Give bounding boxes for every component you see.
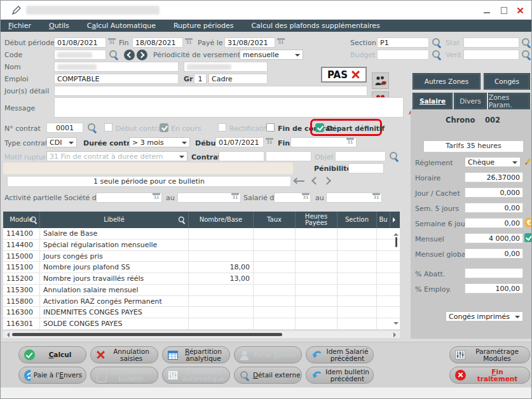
tab-divers[interactable]: Divers <box>454 93 487 109</box>
minimize-button[interactable] <box>479 5 494 16</box>
column-header-heures-payees[interactable]: HeuresPayées <box>296 212 338 228</box>
menu-outils[interactable]: Outils <box>49 22 69 30</box>
search-icon[interactable] <box>432 37 442 48</box>
detail-externe-button[interactable]: Détail externe <box>234 367 302 384</box>
reglement-select[interactable]: Chèque <box>465 157 521 167</box>
sem6-field[interactable]: 0,00 <box>465 218 523 228</box>
fin-periode-field[interactable]: 18/08/2021 <box>132 37 183 48</box>
arrow-left-icon[interactable] <box>296 180 304 182</box>
chevron-right-icon[interactable] <box>323 177 331 185</box>
scroll-right-icon[interactable] <box>393 332 399 337</box>
scroll-left-icon[interactable] <box>4 332 10 337</box>
mensuel-global-field[interactable]: 0,00 <box>465 248 523 259</box>
search-icon[interactable] <box>30 216 38 224</box>
idem-bulletin-precedent-button[interactable]: Idem bulletinprécédent <box>306 367 374 384</box>
calendar-icon[interactable]: 31 <box>152 193 161 201</box>
message-field[interactable] <box>54 97 404 118</box>
close-button[interactable] <box>512 5 528 16</box>
mensuel-check-icon[interactable] <box>524 233 532 242</box>
search-icon[interactable] <box>521 37 531 48</box>
group-button[interactable] <box>372 72 389 89</box>
idem-salarie-precedent-button[interactable]: Idem Salariéprécédent <box>306 346 374 363</box>
emploi-field[interactable]: COMPTABLE <box>54 74 179 84</box>
calendar-icon[interactable]: 31 <box>301 193 310 201</box>
calendar-icon[interactable]: 31 <box>346 137 355 146</box>
depart-definitif-checkbox[interactable] <box>315 123 324 132</box>
contrat-field-2[interactable] <box>266 151 311 161</box>
parametrage-modules-button[interactable]: ParamétrageModules <box>449 346 530 363</box>
column-header-section[interactable]: Section <box>338 212 377 228</box>
table-row[interactable]: 115000Jours congés pris <box>3 251 400 262</box>
paie-a-l-envers-button[interactable]: Paie à l'Envers <box>18 367 86 384</box>
menu-rupture-periodes[interactable]: Rupture périodes <box>174 22 233 30</box>
rectificatif-checkbox[interactable] <box>218 123 226 132</box>
search-icon[interactable] <box>432 50 442 60</box>
search-icon[interactable] <box>521 50 531 60</box>
horizontal-scrollbar[interactable] <box>3 331 400 338</box>
table-row[interactable]: 115300Annulation salaire mensuel <box>3 285 400 296</box>
fin-de-contrat-checkbox[interactable] <box>266 123 275 132</box>
calendar-icon[interactable]: 31 <box>107 37 116 46</box>
code-field[interactable] <box>54 50 106 60</box>
calendar-icon[interactable]: 31 <box>184 37 193 46</box>
penibilite-field[interactable] <box>348 163 384 173</box>
fin-traitement-button[interactable]: Fintraitement <box>449 367 530 384</box>
num-contrat-field[interactable]: 0001 <box>46 123 83 133</box>
maximize-button[interactable] <box>496 5 512 16</box>
scroll-right-button[interactable] <box>390 212 400 228</box>
stat-field[interactable] <box>463 37 519 48</box>
euro-icon[interactable]: € <box>524 218 532 227</box>
vertical-scrollbar-thumb[interactable] <box>395 237 397 247</box>
employ-field[interactable]: 100,00 <box>465 283 523 294</box>
menu-fichier[interactable]: Fichier <box>8 22 31 30</box>
jours-detail-field[interactable] <box>54 86 367 96</box>
en-cours-checkbox[interactable] <box>160 123 168 132</box>
tab-zones-param[interactable]: Zones Param. <box>488 93 530 109</box>
duree-contrat-select[interactable]: > 3 mois <box>129 137 190 147</box>
menu-calcul-automatique[interactable]: Calcul Automatique <box>87 22 156 30</box>
calcul-button[interactable]: Calcul <box>18 346 86 363</box>
mensuel-field[interactable]: 4 000,00 <box>465 233 523 243</box>
table-row[interactable]: 114100Salaire de Base <box>3 228 400 240</box>
column-header-taux[interactable]: Taux <box>254 212 296 228</box>
horaire-field[interactable]: 26,37000 <box>465 172 523 182</box>
column-header-nombre-base[interactable]: Nombre/Base <box>189 212 254 228</box>
column-header-bulletin[interactable]: Bu <box>377 212 390 228</box>
section-field[interactable]: P1 <box>377 37 429 48</box>
scroll-down-icon[interactable] <box>393 322 399 327</box>
autres-zones-button[interactable]: Autres Zones <box>413 73 481 90</box>
table-row[interactable]: 115100Nombre jours plafond SS18,00 <box>3 262 400 273</box>
calendar-icon[interactable]: 31 <box>372 193 381 201</box>
categorie-field[interactable]: Cadre <box>208 74 268 84</box>
abatt-field[interactable] <box>465 268 523 278</box>
paye-le-field[interactable]: 31/08/2021 <box>224 37 275 48</box>
table-row[interactable]: 114400Spécial régularisation mensuelle <box>3 240 400 251</box>
scroll-up-icon[interactable] <box>393 231 399 236</box>
debut-contrat-date-field[interactable]: 01/07/2021 <box>215 137 264 147</box>
search-icon[interactable] <box>389 151 399 161</box>
search-icon[interactable] <box>109 50 119 60</box>
prenom-field[interactable] <box>184 62 268 72</box>
calendar-icon[interactable]: 31 <box>276 37 285 46</box>
budget-field[interactable] <box>377 50 429 60</box>
debut-periode-field[interactable]: 01/08/2021 <box>54 37 106 48</box>
jour-cachet-field[interactable]: 0,000 <box>465 187 523 198</box>
calendar-icon[interactable]: 31 <box>231 193 240 201</box>
nom-field[interactable] <box>54 62 179 72</box>
column-header-libelle[interactable]: Libellé <box>40 212 189 228</box>
horizontal-scrollbar-thumb[interactable] <box>12 333 282 336</box>
calendar-icon[interactable]: 31 <box>265 137 274 146</box>
conges-button[interactable]: Congés <box>484 73 530 90</box>
vent-field[interactable] <box>463 50 519 60</box>
previous-record-button[interactable] <box>124 50 135 60</box>
objet-field[interactable] <box>335 151 386 161</box>
chevron-left-icon[interactable] <box>311 177 320 185</box>
edit-reglement-icon[interactable] <box>522 156 532 167</box>
periodicite-select[interactable]: mensuelle <box>240 50 303 60</box>
table-row[interactable]: 116301SOLDE CONGES PAYES <box>3 318 400 330</box>
menu-plafonds-supplementaires[interactable]: Calcul des plafonds supplémentaires <box>251 22 379 30</box>
search-icon[interactable] <box>178 216 186 224</box>
tab-salaire[interactable]: Salaire <box>413 93 453 109</box>
type-contrat-select[interactable]: CDI <box>46 137 77 147</box>
table-row[interactable]: 115800Activation RAZ congés Permanent <box>3 296 400 308</box>
